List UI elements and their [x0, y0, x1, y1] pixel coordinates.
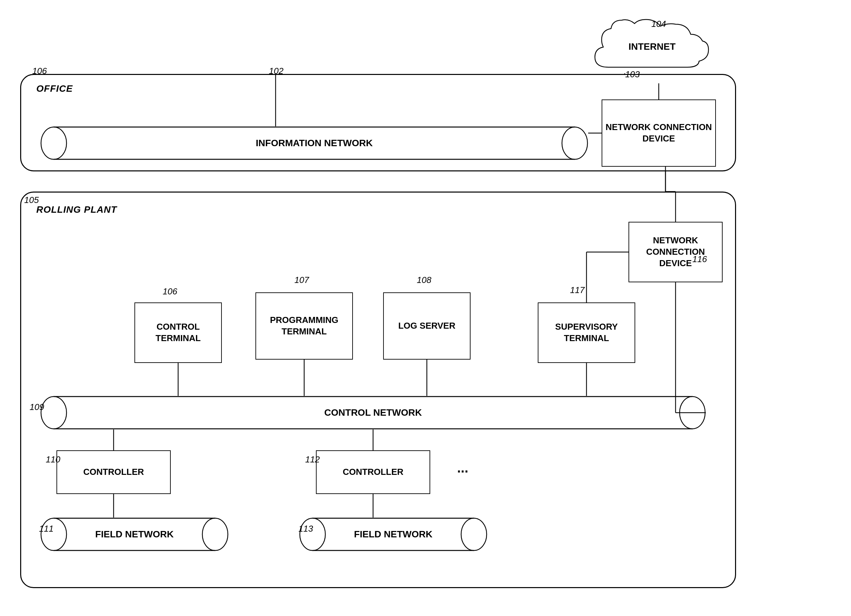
ref-112: 112 [305, 454, 320, 465]
svg-point-21 [562, 127, 588, 159]
svg-point-35 [300, 518, 325, 550]
svg-point-31 [202, 518, 228, 550]
ref-102: 102 [269, 66, 283, 76]
controller-2: CONTROLLER [316, 450, 430, 494]
svg-point-26 [680, 397, 705, 429]
ref-106: 106 [163, 286, 177, 297]
information-network: INFORMATION NETWORK [40, 126, 588, 160]
svg-point-30 [41, 518, 66, 550]
ref-103: 103 [625, 69, 640, 80]
ref-109: 109 [30, 402, 44, 412]
ref-107: 107 [295, 275, 309, 285]
ref-104: 104 [651, 19, 666, 29]
control-network: CONTROL NETWORK [40, 396, 706, 430]
svg-point-36 [461, 518, 487, 550]
svg-point-20 [41, 127, 66, 159]
field-network-2-label: FIELD NETWORK [354, 529, 432, 540]
ref-105: 105 [24, 195, 39, 205]
supervisory-terminal: SUPERVISORY TERMINAL [538, 302, 635, 363]
svg-point-25 [41, 397, 66, 429]
ref-116: 116 [692, 254, 707, 264]
controller-1: CONTROLLER [56, 450, 171, 494]
control-terminal: CONTROL TERMINAL [134, 302, 222, 363]
office-label: OFFICE [36, 83, 73, 94]
field-network-1-label: FIELD NETWORK [95, 529, 173, 540]
rolling-plant-label: ROLLING PLANT [36, 204, 117, 215]
svg-text:INTERNET: INTERNET [628, 41, 675, 52]
network-connection-device-top: NETWORK CONNECTION DEVICE [601, 99, 716, 167]
field-network-2: FIELD NETWORK [299, 518, 487, 551]
ref-110: 110 [46, 454, 60, 465]
diagram: OFFICE 106 INTERNET 104 NETWORK CONNECTI… [0, 0, 851, 616]
ref-108: 108 [417, 275, 431, 285]
ref-117: 117 [570, 285, 585, 295]
information-network-label: INFORMATION NETWORK [256, 138, 373, 149]
field-network-1: FIELD NETWORK [40, 518, 229, 551]
ellipsis: ... [457, 460, 468, 476]
ref-113: 113 [298, 524, 313, 534]
programming-terminal: PROGRAMMING TERMINAL [256, 292, 353, 360]
ref-111: 111 [39, 524, 53, 534]
network-connection-device-plant: NETWORK CONNECTION DEVICE [628, 222, 723, 282]
control-network-label: CONTROL NETWORK [324, 407, 422, 418]
ref-101: 106 [32, 66, 47, 76]
log-server: LOG SERVER [383, 292, 471, 360]
